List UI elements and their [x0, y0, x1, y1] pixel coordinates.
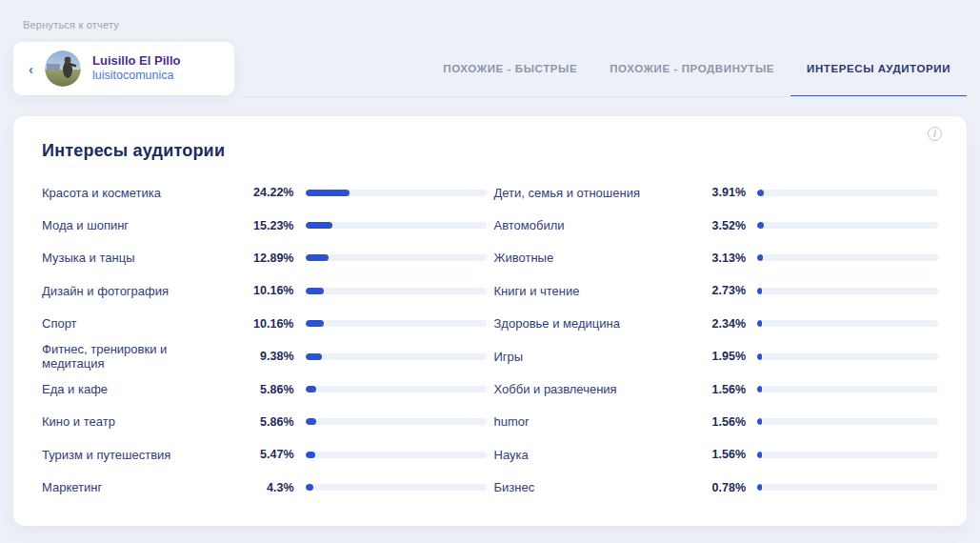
interest-row: Красота и косметика 24.22%: [42, 176, 487, 209]
interest-bar-track: [757, 320, 938, 327]
avatar: [45, 50, 81, 87]
interest-row: Наука 1.56%: [494, 438, 939, 471]
interest-label: Музыка и танцы: [42, 251, 226, 265]
interest-bar-fill: [306, 418, 316, 425]
interest-value: 9.38%: [237, 350, 294, 363]
interest-bar-track: [306, 353, 487, 360]
interests-column-left: Красота и косметика 24.22% Мода и шопинг…: [42, 176, 487, 504]
interest-row: Автомобили 3.52%: [494, 209, 939, 241]
interest-bar-track: [306, 222, 487, 229]
interest-row: Мода и шопинг 15.23%: [42, 209, 487, 241]
back-chevron-icon[interactable]: ‹: [29, 62, 33, 76]
interest-value: 3.91%: [689, 186, 746, 199]
interest-row: Еда и кафе 5.86%: [42, 372, 487, 405]
interest-bar-track: [757, 386, 938, 392]
interest-bar-fill: [757, 288, 762, 294]
interest-bar-fill: [306, 190, 350, 196]
interest-bar-track: [306, 320, 487, 327]
tab-bar: ПОХОЖИЕ - БЫСТРЫЕ ПОХОЖИЕ - ПРОДВИНУТЫЕ …: [427, 42, 967, 97]
interest-value: 12.89%: [237, 251, 294, 265]
interest-bar-fill: [306, 288, 324, 294]
interest-bar-track: [306, 452, 487, 458]
interest-label: Игры: [494, 350, 678, 364]
interest-bar-track: [757, 452, 938, 458]
interest-value: 1.56%: [689, 448, 746, 461]
profile-username[interactable]: luisitocomunica: [92, 69, 180, 84]
interest-value: 3.52%: [689, 219, 746, 232]
interest-bar-track: [306, 484, 487, 491]
interest-value: 5.86%: [237, 415, 294, 429]
interest-value: 3.13%: [689, 251, 746, 265]
interest-label: Дети, семья и отношения: [494, 186, 678, 200]
audience-interests-card: i Интересы аудитории Красота и косметика…: [13, 116, 967, 526]
interest-bar-fill: [757, 190, 764, 196]
interest-value: 2.73%: [689, 284, 746, 297]
interest-bar-track: [757, 254, 938, 261]
interest-bar-track: [757, 353, 938, 360]
interest-bar-fill: [757, 320, 762, 327]
interest-value: 24.22%: [237, 186, 294, 199]
interest-bar-fill: [306, 386, 316, 392]
interest-row: Музыка и танцы 12.89%: [42, 242, 487, 274]
tab-divider-line: [242, 96, 967, 97]
interest-row: Бизнес 0.78%: [494, 472, 939, 504]
interest-bar-track: [757, 222, 938, 229]
interest-label: Мода и шопинг: [42, 218, 226, 232]
interest-bar-fill: [757, 386, 762, 392]
interest-bar-track: [757, 288, 938, 294]
interest-row: Дизайн и фотография 10.16%: [42, 274, 487, 307]
interest-label: Хобби и развлечения: [494, 382, 678, 396]
interest-row: Маркетинг 4.3%: [42, 472, 487, 504]
interest-bar-fill: [306, 222, 333, 229]
interest-value: 15.23%: [237, 219, 294, 232]
interest-bar-fill: [757, 484, 762, 491]
interest-value: 4.3%: [237, 481, 294, 494]
interest-label: Кино и театр: [42, 414, 226, 429]
interest-row: Фитнес, тренировки и медитация 9.38%: [42, 340, 487, 372]
interest-bar-track: [306, 288, 487, 294]
interest-label: Маркетинг: [42, 480, 226, 494]
card-title: Интересы аудитории: [42, 141, 938, 161]
interest-row: Хобби и развлечения 1.56%: [494, 372, 939, 405]
interest-bar-track: [757, 418, 938, 425]
interest-value: 1.56%: [689, 383, 746, 396]
interest-value: 1.95%: [689, 350, 746, 363]
interest-bar-fill: [757, 452, 762, 458]
tab-similar-fast[interactable]: ПОХОЖИЕ - БЫСТРЫЕ: [427, 42, 593, 97]
interest-label: Бизнес: [494, 480, 678, 494]
interest-row: Книги и чтение 2.73%: [494, 274, 939, 307]
interest-row: Кино и театр 5.86%: [42, 406, 487, 438]
interests-column-right: Дети, семья и отношения 3.91% Автомобили…: [494, 176, 939, 504]
interest-bar-track: [757, 484, 938, 491]
interest-bar-track: [306, 418, 487, 425]
interest-value: 5.86%: [237, 383, 294, 396]
interest-value: 10.16%: [237, 284, 294, 297]
interest-value: 2.34%: [689, 317, 746, 331]
interest-row: Игры 1.95%: [494, 340, 939, 372]
interest-value: 0.78%: [689, 481, 746, 494]
info-icon[interactable]: i: [928, 127, 942, 141]
interest-bar-fill: [306, 320, 324, 327]
interest-label: Животные: [494, 251, 678, 265]
interests-columns: Красота и косметика 24.22% Мода и шопинг…: [42, 176, 938, 504]
profile-name: Luisillo El Pillo: [92, 53, 180, 69]
interest-bar-fill: [757, 418, 762, 425]
interest-value: 1.56%: [689, 415, 746, 429]
interest-label: Дизайн и фотография: [42, 284, 226, 298]
tab-similar-advanced[interactable]: ПОХОЖИЕ - ПРОДВИНУТЫЕ: [593, 42, 790, 97]
interest-bar-track: [306, 254, 487, 261]
interest-label: Спорт: [42, 316, 226, 331]
interest-row: Туризм и путешествия 5.47%: [42, 438, 487, 471]
interest-bar-fill: [306, 452, 315, 458]
tab-audience-interests[interactable]: ИНТЕРЕСЫ АУДИТОРИИ: [790, 42, 967, 97]
interest-bar-track: [306, 190, 487, 196]
interest-bar-fill: [757, 353, 762, 360]
interest-bar-fill: [306, 484, 313, 491]
interest-label: Фитнес, тренировки и медитация: [42, 342, 226, 371]
interest-bar-track: [757, 190, 938, 196]
interest-label: Красота и косметика: [42, 186, 226, 200]
back-to-report-link[interactable]: Вернуться к отчету: [23, 19, 119, 30]
interest-bar-fill: [306, 254, 329, 261]
interest-bar-fill: [757, 222, 764, 229]
profile-card[interactable]: ‹ Luisillo El Pillo luis: [13, 42, 234, 95]
